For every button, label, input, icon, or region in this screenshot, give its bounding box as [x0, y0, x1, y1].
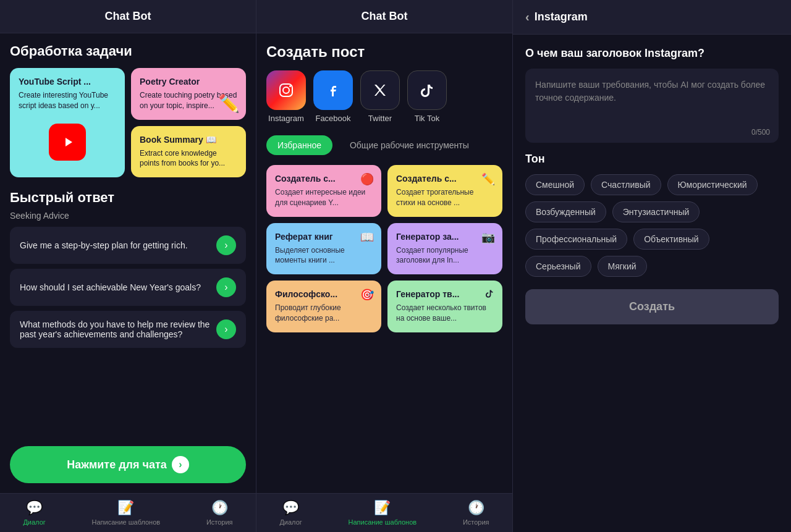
template-card-philosophy[interactable]: 🎯 Философско... Проводит глубокие филосо… [266, 281, 381, 332]
history-icon-mid: 🕐 [468, 500, 484, 516]
tone-professional[interactable]: Профессиональный [525, 229, 627, 250]
task-card-poetry[interactable]: Poetry Creator Create touching poetry ba… [131, 68, 246, 120]
template-grid: 🔴 Создатель с... Создает интересные идеи… [266, 165, 502, 332]
tone-funny[interactable]: Смешной [525, 174, 585, 195]
mid-nav-templates-label: Написание шаблонов [349, 518, 417, 526]
question-title: О чем ваш заголовок Instagram? [525, 47, 779, 60]
template-card-twitter[interactable]: Генератор тв... Создает несколько твитов… [387, 281, 502, 332]
left-bottom-nav: 💬 Диалог 📝 Написание шаблонов 🕐 История [0, 493, 256, 532]
template-philosophy-title: Философско... [275, 289, 373, 299]
template-card-youtube[interactable]: 🔴 Создатель с... Создает интересные идеи… [266, 165, 381, 217]
svg-marker-0 [66, 138, 72, 146]
templates-icon-left: 📝 [117, 500, 134, 516]
twitter-icon [360, 70, 400, 110]
mid-nav-dialog[interactable]: 💬 Диалог [279, 500, 302, 526]
processing-title: Обработка задачи [10, 43, 246, 59]
mid-panel-header: Chat Bot [256, 0, 512, 33]
task-card-youtube[interactable]: YouTube Script ... Create interesting Yo… [10, 68, 125, 177]
tiktok-label: Tik Tok [415, 114, 439, 123]
right-panel-header: ‹ Instagram [513, 0, 791, 35]
template-card-book[interactable]: 📖 Реферат книг Выделяет основные моменты… [266, 223, 381, 275]
task-card-youtube-desc: Create interesting YouTube script ideas … [19, 90, 116, 111]
tone-excited[interactable]: Возбужденный [525, 201, 606, 222]
tone-title: Тон [525, 153, 779, 166]
social-twitter[interactable]: Twitter [360, 70, 400, 123]
right-content: О чем ваш заголовок Instagram? Напишите … [513, 35, 791, 532]
task-card-poetry-title: Poetry Creator [140, 77, 237, 87]
template-card-poetry[interactable]: ✏️ Создатель с... Создает трогательные с… [387, 165, 502, 217]
task-cards: YouTube Script ... Create interesting Yo… [10, 68, 246, 177]
create-button[interactable]: Создать [525, 289, 779, 324]
left-nav-dialog[interactable]: 💬 Диалог [23, 500, 45, 526]
quick-answer-section: Быстрый ответ Seeking Advice Give me a s… [10, 190, 246, 348]
template-twitter-title: Генератор тв... [396, 289, 494, 299]
requirements-input-box[interactable]: Напишите ваши требования, чтобы AI мог с… [525, 69, 779, 143]
quick-item-0[interactable]: Give me a step-by-step plan for getting … [10, 227, 246, 264]
task-card-book-title: Book Summary 📖 [140, 135, 237, 145]
left-panel-header: Chat Bot [0, 0, 256, 33]
right-panel-title: Instagram [535, 11, 588, 23]
template-twitter-desc: Создает несколько твитов на основе ваше.… [396, 303, 494, 324]
task-card-book-desc: Extract core knowledge points from books… [140, 148, 237, 169]
right-task-cards: Poetry Creator Create touching poetry ba… [131, 68, 246, 177]
left-nav-history-label: История [206, 518, 233, 526]
template-book-title: Реферат книг [275, 232, 373, 242]
chat-button[interactable]: Нажмите для чата › [10, 446, 246, 483]
svg-point-2 [283, 87, 289, 93]
template-card-instagram[interactable]: 📷 Генератор за... Создает популярные заг… [387, 223, 502, 275]
template-youtube-title: Создатель с... [275, 174, 373, 184]
social-instagram[interactable]: Instagram [266, 70, 306, 123]
mid-content: Создать пост Instagram [256, 33, 512, 493]
tone-soft[interactable]: Мягкий [598, 256, 647, 277]
chat-button-arrow-icon: › [172, 456, 189, 473]
tone-enthusiastic[interactable]: Энтузиастичный [612, 201, 700, 222]
twitter-label: Twitter [368, 114, 392, 123]
template-instagram-icon: 📷 [481, 230, 495, 244]
mid-nav-templates[interactable]: 📝 Написание шаблонов [349, 500, 417, 526]
char-count: 0/500 [751, 128, 770, 137]
quick-answer-title: Быстрый ответ [10, 190, 246, 206]
mid-nav-history[interactable]: 🕐 История [463, 500, 489, 526]
social-facebook[interactable]: Facebook [313, 70, 353, 123]
youtube-logo-icon [49, 124, 86, 161]
right-panel: ‹ Instagram О чем ваш заголовок Instagra… [513, 0, 791, 532]
poetry-pencil-icon: ✏️ [218, 93, 240, 114]
history-icon-left: 🕐 [211, 500, 228, 516]
quick-item-1[interactable]: How should I set achievable New Year's g… [10, 269, 246, 306]
instagram-label: Instagram [268, 114, 304, 123]
quick-item-2[interactable]: What methods do you have to help me revi… [10, 311, 246, 348]
quick-item-arrow-1[interactable]: › [216, 277, 236, 297]
quick-item-arrow-2[interactable]: › [216, 319, 236, 339]
quick-item-text-1: How should I set achievable New Year's g… [20, 282, 216, 292]
mid-bottom-nav: 💬 Диалог 📝 Написание шаблонов 🕐 История [256, 493, 512, 532]
quick-items-list: Give me a step-by-step plan for getting … [10, 227, 246, 348]
template-instagram-desc: Создает популярные заголовки для In... [396, 245, 494, 266]
left-nav-templates[interactable]: 📝 Написание шаблонов [92, 500, 161, 526]
back-button[interactable]: ‹ [525, 10, 530, 24]
quick-item-text-0: Give me a step-by-step plan for getting … [20, 240, 216, 250]
mid-panel: Chat Bot Создать пост Instagram [256, 0, 513, 532]
chat-button-label: Нажмите для чата [67, 458, 167, 471]
left-content: Обработка задачи YouTube Script ... Crea… [0, 33, 256, 440]
requirements-placeholder: Напишите ваши требования, чтобы AI мог с… [535, 78, 769, 104]
quick-item-arrow-0[interactable]: › [216, 235, 236, 255]
tone-serious[interactable]: Серьезный [525, 256, 591, 277]
tiktok-icon [407, 70, 447, 110]
mid-nav-history-label: История [463, 518, 489, 526]
facebook-label: Facebook [315, 114, 350, 123]
template-youtube-icon: 🔴 [360, 172, 374, 186]
facebook-icon [313, 70, 353, 110]
tone-happy[interactable]: Счастливый [591, 174, 661, 195]
dialog-icon-mid: 💬 [282, 500, 299, 516]
tab-tools[interactable]: Общие рабочие инструменты [339, 135, 480, 155]
tone-objective[interactable]: Объективный [633, 229, 709, 250]
left-nav-history[interactable]: 🕐 История [206, 500, 233, 526]
svg-point-3 [289, 85, 291, 87]
tab-favorites[interactable]: Избранное [266, 135, 332, 155]
left-nav-dialog-label: Диалог [23, 518, 45, 526]
task-card-book[interactable]: Book Summary 📖 Extract core knowledge po… [131, 126, 246, 178]
task-card-youtube-title: YouTube Script ... [19, 77, 116, 87]
tone-humorous[interactable]: Юмористический [667, 174, 758, 195]
dialog-icon: 💬 [26, 500, 43, 516]
social-tiktok[interactable]: Tik Tok [407, 70, 447, 123]
